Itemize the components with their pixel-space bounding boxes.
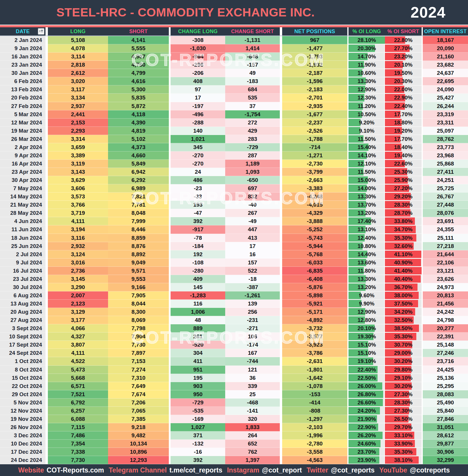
- column-separator: [280, 308, 282, 316]
- cell-date: 6 Feb 2024: [0, 77, 46, 85]
- cell-oi_long_pct: 20.10%: [349, 324, 385, 332]
- cell-short: 7,798: [108, 324, 169, 332]
- cell-change_long: -132: [171, 440, 225, 448]
- cell-oi_long_pct: 13.20%: [349, 283, 385, 291]
- cell-long: 7,338: [48, 448, 108, 456]
- cell-change_short: 339: [225, 382, 280, 390]
- cell-oi_long_pct: 13.30%: [349, 77, 385, 85]
- cell-net_positions: -5,252: [282, 225, 347, 234]
- footer-instagram[interactable]: Instagram@cot_report: [227, 466, 302, 474]
- footer-twitter[interactable]: Twitter@cot_reports: [307, 466, 375, 474]
- cell-short: 7,904: [108, 332, 169, 341]
- cell-value: 12.90%: [358, 86, 376, 93]
- column-separator: [280, 69, 282, 77]
- column-separator: [280, 423, 282, 431]
- cell-open_interest: 27,448: [423, 201, 468, 209]
- cell-change_short: -18: [225, 275, 280, 283]
- cell-value: 41.40%: [394, 268, 413, 274]
- cell-open_interest: 23,682: [423, 61, 468, 69]
- table-row: 6 Feb 20243,0204,616408-183-1,59613.30%2…: [0, 77, 468, 85]
- cell-open_interest: 24,425: [423, 366, 468, 374]
- cell-net_positions: -2,701: [282, 94, 347, 102]
- column-header-oi_long_pct: % OI LONG: [349, 27, 385, 36]
- cell-short: 5,872: [108, 102, 169, 110]
- column-separator: [280, 168, 282, 176]
- cell-date: 2 Apr 2024: [0, 143, 46, 151]
- cell-long: 3,194: [48, 225, 108, 234]
- cell-short: 7,999: [108, 217, 169, 225]
- cell-short: 12,293: [108, 456, 169, 464]
- cell-open_interest: 27,846: [423, 415, 468, 423]
- cell-value: 10.50%: [358, 111, 376, 118]
- cell-value: 24.60%: [358, 440, 376, 447]
- cell-date: 12 Mar 2024: [0, 119, 46, 127]
- cell-change_short: 264: [225, 431, 280, 440]
- cell-value: 18.40%: [394, 144, 413, 151]
- cell-oi_long_pct: 14.10%: [349, 151, 385, 160]
- column-separator: [46, 193, 48, 201]
- cell-short: 9,218: [108, 423, 169, 431]
- column-separator: [280, 399, 282, 407]
- column-header-net_positions: NET POSITIONS: [282, 27, 347, 36]
- cell-change_short: 37: [225, 102, 280, 110]
- cell-net_positions: -3,383: [282, 184, 347, 193]
- cell-value: 19.40%: [394, 152, 413, 159]
- cell-net_positions: -2,103: [282, 423, 347, 431]
- table-row: 4 Jun 20244,1117,999392-49-3,88817.40%33…: [0, 217, 468, 225]
- column-separator: [280, 456, 282, 464]
- column-header-label: LONG: [70, 28, 86, 35]
- column-separator: [46, 357, 48, 365]
- cell-oi_short_pct: 30.70%: [385, 341, 422, 349]
- cell-change_long: -197: [171, 102, 225, 110]
- column-separator: [46, 151, 48, 160]
- cell-change_long: -535: [171, 407, 225, 415]
- cell-change_short: -650: [225, 176, 280, 184]
- cell-oi_long_pct: 24.20%: [349, 407, 385, 415]
- footer-website[interactable]: WebsiteCOT-Reports.com: [18, 466, 104, 474]
- cell-oi_short_pct: 35.30%: [385, 332, 422, 341]
- cell-change_long: -964: [171, 53, 225, 61]
- cell-change_short: 320: [225, 415, 280, 423]
- cell-value: 20.10%: [358, 325, 376, 332]
- column-separator: [280, 127, 282, 135]
- cell-long: 3,143: [48, 168, 108, 176]
- cell-value: 40.90%: [394, 259, 413, 266]
- cell-change_short: 1,093: [225, 168, 280, 176]
- cell-date: 7 May 2024: [0, 184, 46, 193]
- cell-change_short: 1,189: [225, 160, 280, 168]
- cell-short: 7,905: [108, 291, 169, 300]
- cell-change_short: -49: [225, 217, 280, 225]
- cell-value: 18.80%: [394, 119, 413, 126]
- cell-open_interest: 24,251: [423, 176, 468, 184]
- cell-long: 4,066: [48, 324, 108, 332]
- footer-label: Twitter: [307, 466, 328, 474]
- footer-youtube[interactable]: YouTube@cotreports: [379, 466, 450, 474]
- cell-date: 4 Jun 2024: [0, 217, 46, 225]
- table-row: 13 Feb 20243,1175,30097684-2,18312.90%22…: [0, 85, 468, 94]
- cell-net_positions: -5,768: [282, 250, 347, 259]
- cell-value: 19.20%: [394, 128, 413, 134]
- cell-oi_short_pct: 34.20%: [385, 308, 422, 316]
- filter-icon[interactable]: [38, 28, 44, 35]
- cell-oi_long_pct: 14.40%: [349, 250, 385, 259]
- cell-net_positions: -3,923: [282, 341, 347, 349]
- table-row: 2 Apr 20243,6594,373345-729-71415.40%18.…: [0, 143, 468, 151]
- cell-change_short: 17: [225, 242, 280, 250]
- cell-open_interest: 21,644: [423, 250, 468, 259]
- cell-open_interest: 27,218: [423, 242, 468, 250]
- table-row: 16 Apr 20243,1195,849-2701,189-2,73012.1…: [0, 160, 468, 168]
- cell-change_short: 413: [225, 234, 280, 242]
- cell-net_positions: -1,642: [282, 374, 347, 382]
- column-separator: [280, 324, 282, 332]
- cell-long: 3,117: [48, 85, 108, 94]
- cell-value: 11.80%: [358, 268, 376, 274]
- cell-value: 29.70%: [394, 424, 413, 431]
- cell-oi_short_pct: 27.70%: [385, 44, 422, 53]
- cell-value: 10.60%: [358, 70, 376, 76]
- column-separator: [280, 407, 282, 415]
- footer-telegram[interactable]: Telegram Channelt.me/cot_reports: [109, 466, 222, 474]
- cell-value: 17.70%: [394, 136, 413, 142]
- cell-value: 30.20%: [394, 383, 413, 389]
- cell-date: 25 Jun 2024: [0, 242, 46, 250]
- cell-long: 4,522: [48, 357, 108, 365]
